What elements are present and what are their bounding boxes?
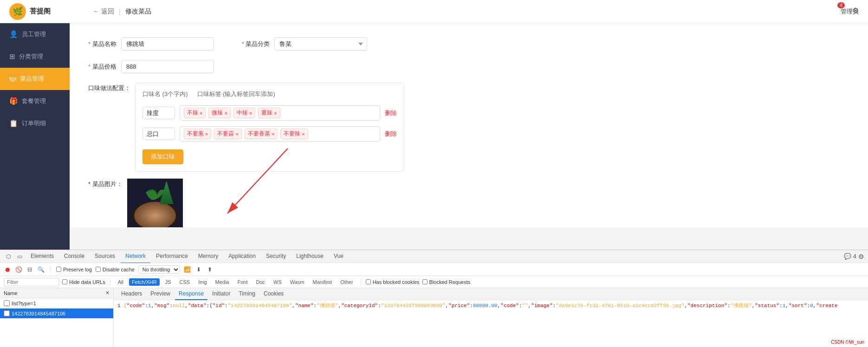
tab-memory[interactable]: Memory <box>194 250 223 263</box>
request-checkbox-1[interactable] <box>4 310 10 316</box>
chat-icon[interactable]: 💬 4 <box>844 253 856 260</box>
close-requests-icon[interactable]: ✕ <box>105 290 110 296</box>
tag-close-0-2[interactable]: × <box>249 110 252 116</box>
filter-tab-other[interactable]: Other <box>337 278 356 286</box>
hide-data-urls-checkbox[interactable] <box>62 279 67 284</box>
svg-rect-0 <box>127 179 183 227</box>
sidebar-item-label-orders: 订单明细 <box>22 119 46 128</box>
sidebar-item-label-category: 分类管理 <box>19 52 43 61</box>
tag-close-1-0[interactable]: × <box>205 131 208 137</box>
svg-point-7 <box>140 211 143 213</box>
logo-area: 🌿 菩提阁 <box>9 3 79 20</box>
tag-close-1-1[interactable]: × <box>235 131 238 137</box>
sidebar-item-orders[interactable]: 📋 订单明细 <box>0 112 70 135</box>
flavor-name-input-0[interactable] <box>143 107 175 119</box>
svg-point-3 <box>138 206 164 220</box>
filter-tab-manifest[interactable]: Manifest <box>310 278 335 286</box>
filter-tab-wasm[interactable]: Wasm <box>287 278 307 286</box>
filter-tab-css[interactable]: CSS <box>177 278 193 286</box>
requests-header: Name ✕ <box>0 288 113 298</box>
sidebar-item-dishes[interactable]: 🍽 菜品管理 <box>0 68 70 90</box>
tab-security[interactable]: Security <box>261 250 291 263</box>
filter-tab-img[interactable]: Img <box>195 278 209 286</box>
sidebar-item-label-packages: 套餐管理 <box>22 97 46 105</box>
dish-svg <box>127 179 183 227</box>
import-icon[interactable]: ⬇ <box>195 266 202 273</box>
flavor-name-input-1[interactable] <box>143 128 175 140</box>
notification-badge[interactable]: 4 <box>837 2 845 8</box>
back-button[interactable]: ← 返回 <box>93 7 114 16</box>
request-checkbox-0[interactable] <box>4 300 10 306</box>
filter-tab-all[interactable]: All <box>115 278 126 286</box>
filter-tab-media[interactable]: Media <box>213 278 232 286</box>
response-tab-response[interactable]: Response <box>175 288 207 300</box>
clear-button[interactable]: 🚫 <box>15 266 22 273</box>
inspect-element-btn[interactable]: ⬡ <box>4 252 13 261</box>
tag-close-1-2[interactable]: × <box>272 131 274 137</box>
blocked-requests-text: Blocked Requests <box>429 279 471 285</box>
wifi-icon[interactable]: 📶 <box>184 266 191 273</box>
dish-name-input[interactable] <box>121 37 214 51</box>
filter-input[interactable] <box>4 278 59 286</box>
sidebar-item-category[interactable]: ⊞ 分类管理 <box>0 45 70 68</box>
sidebar-item-staff[interactable]: 👤 员工管理 <box>0 23 70 45</box>
tag-close-0-3[interactable]: × <box>274 110 277 116</box>
disable-cache-label[interactable]: Disable cache <box>96 267 135 272</box>
blocked-requests-label[interactable]: Blocked Requests <box>422 279 471 285</box>
add-flavor-button[interactable]: 添加口味 <box>143 149 183 164</box>
settings-icon[interactable]: ⚙ <box>852 6 859 15</box>
has-blocked-checkbox[interactable] <box>366 279 371 284</box>
blocked-requests-checkbox[interactable] <box>422 279 428 284</box>
price-label: 菜品价格 <box>88 63 117 71</box>
delete-flavor-0[interactable]: 删除 <box>385 109 397 117</box>
tab-sources[interactable]: Sources <box>90 250 120 263</box>
tab-performance[interactable]: Performance <box>151 250 193 263</box>
hide-data-urls-label[interactable]: Hide data URLs <box>62 279 105 285</box>
category-select[interactable]: 鲁菜 <box>274 37 367 51</box>
tab-application[interactable]: Application <box>224 250 260 263</box>
request-item-0[interactable]: list?type=1 <box>0 298 113 308</box>
response-tab-initiator[interactable]: Initiator <box>208 288 234 300</box>
preserve-log-label[interactable]: Preserve log <box>56 267 92 272</box>
search-icon[interactable]: 🔍 <box>37 266 45 273</box>
flavor-tag-1-2: 不要香菜 × <box>245 129 278 139</box>
tab-network[interactable]: Network <box>121 250 150 263</box>
svg-point-4 <box>151 207 168 217</box>
response-tab-timing[interactable]: Timing <box>235 288 259 300</box>
tag-close-0-0[interactable]: × <box>200 110 202 116</box>
filter-tab-js[interactable]: JS <box>162 278 174 286</box>
packages-icon: 🎁 <box>9 97 18 105</box>
export-icon[interactable]: ⬆ <box>206 266 214 273</box>
filter-tab-fetchxhr[interactable]: Fetch/XHR <box>129 278 160 286</box>
request-item-1[interactable]: 1422783914845487106 <box>0 308 113 319</box>
throttle-select[interactable]: No throttling <box>138 265 180 274</box>
disable-cache-checkbox[interactable] <box>96 267 101 272</box>
has-blocked-label[interactable]: Has blocked cookies <box>366 279 420 285</box>
filter-tab-doc[interactable]: Doc <box>253 278 268 286</box>
device-mode-btn[interactable]: ▭ <box>15 252 24 261</box>
filter-tab-font[interactable]: Font <box>234 278 250 286</box>
dish-image-preview[interactable] <box>127 179 183 227</box>
response-tab-cookies[interactable]: Cookies <box>260 288 287 300</box>
breadcrumb-separator: | <box>119 8 121 15</box>
preserve-log-checkbox[interactable] <box>56 267 61 272</box>
tab-vue[interactable]: Vue <box>329 250 348 263</box>
response-tab-preview[interactable]: Preview <box>147 288 174 300</box>
flavor-tag-1-1: 不要蒜 × <box>214 129 241 139</box>
settings-gear-icon[interactable]: ⚙ <box>858 253 864 260</box>
filter-tab-ws[interactable]: WS <box>271 278 285 286</box>
sidebar-item-packages[interactable]: 🎁 套餐管理 <box>0 90 70 112</box>
delete-flavor-1[interactable]: 删除 <box>385 130 397 138</box>
response-tab-headers[interactable]: Headers <box>117 288 146 300</box>
record-button[interactable]: ⏺ <box>4 266 11 273</box>
filter-icon[interactable]: ⊟ <box>26 266 33 273</box>
tag-close-0-1[interactable]: × <box>224 110 227 116</box>
orders-icon: 📋 <box>9 119 18 128</box>
tag-close-1-3[interactable]: × <box>302 131 304 137</box>
tab-lighthouse[interactable]: Lighthouse <box>291 250 328 263</box>
price-input[interactable] <box>121 60 214 73</box>
tab-elements[interactable]: Elements <box>26 250 58 263</box>
flavor-tag-0-2: 中辣 × <box>233 108 255 118</box>
page-title: 修改菜品 <box>125 7 151 16</box>
tab-console[interactable]: Console <box>59 250 89 263</box>
